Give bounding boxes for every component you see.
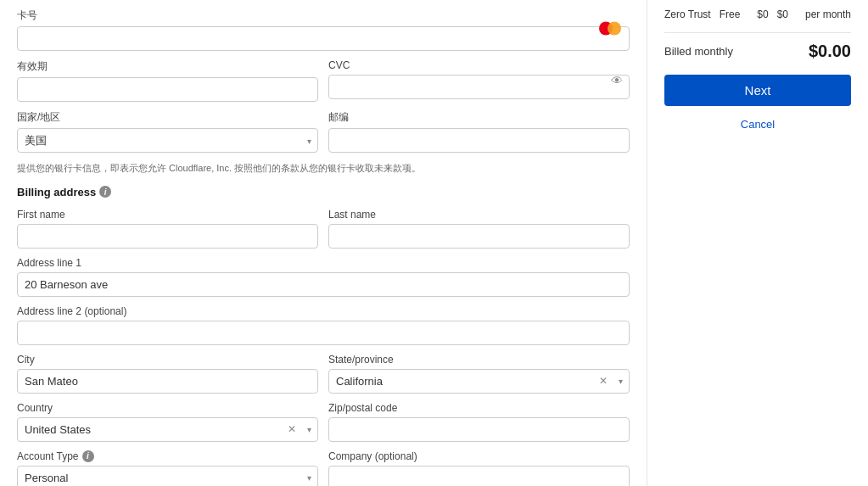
- card-country-select[interactable]: 美国: [17, 128, 318, 153]
- billing-zip-wrap: Zip/postal code: [328, 402, 630, 442]
- card-zip-input[interactable]: [328, 128, 630, 153]
- address2-row: Address line 2 (optional): [17, 305, 630, 345]
- card-country-label: 国家/地区: [17, 110, 318, 125]
- last-name-input[interactable]: [328, 224, 630, 249]
- first-name-label: First name: [17, 209, 318, 221]
- card-zip-label: 邮编: [328, 110, 630, 125]
- billed-amount: $0.00: [809, 42, 851, 61]
- account-type-wrap: Account Type i Personal Business ▾: [17, 450, 318, 487]
- account-type-info-icon[interactable]: i: [82, 450, 94, 462]
- last-name-wrap: Last name: [328, 209, 630, 249]
- address1-input[interactable]: [17, 272, 630, 297]
- city-label: City: [17, 354, 318, 366]
- billing-zip-input[interactable]: [328, 417, 630, 442]
- consent-text: 提供您的银行卡信息，即表示您允许 Cloudflare, Inc. 按照他们的条…: [17, 161, 630, 176]
- card-zip-wrap: 邮编: [328, 110, 630, 153]
- company-wrap: Company (optional): [328, 450, 630, 487]
- name-row: First name Last name: [17, 209, 630, 249]
- state-select-wrap: California ✕ ▾: [328, 369, 630, 394]
- card-number-row: 卡号: [17, 8, 630, 51]
- cvc-field-wrap: CVC 👁: [328, 59, 630, 102]
- card-number-input[interactable]: [17, 26, 630, 51]
- account-type-select[interactable]: Personal Business: [17, 466, 318, 487]
- first-name-wrap: First name: [17, 209, 318, 249]
- plan-name: Zero Trust Free: [664, 8, 740, 20]
- address1-row: Address line 1: [17, 257, 630, 297]
- billing-country-select-wrap: United States ✕ ▾: [17, 417, 318, 442]
- next-button[interactable]: Next: [664, 75, 851, 106]
- expiry-input[interactable]: [17, 77, 318, 102]
- cancel-button[interactable]: Cancel: [664, 115, 851, 134]
- expiry-cvc-row: 有效期 CVC 👁: [17, 59, 630, 102]
- expiry-field-wrap: 有效期: [17, 59, 318, 102]
- first-name-input[interactable]: [17, 224, 318, 249]
- plan-period: per month: [805, 8, 851, 20]
- company-label: Company (optional): [328, 450, 630, 462]
- state-label: State/province: [328, 354, 630, 366]
- address2-label: Address line 2 (optional): [17, 305, 630, 317]
- billing-address-title: Billing address: [17, 186, 96, 198]
- clear-country-icon[interactable]: ✕: [288, 423, 296, 435]
- card-country-wrap: 国家/地区 美国 ▾: [17, 110, 318, 153]
- account-type-label-wrap: Account Type i: [17, 450, 318, 462]
- state-select[interactable]: California: [328, 369, 630, 394]
- sidebar: Zero Trust Free $0 $0 per month Billed m…: [647, 0, 868, 486]
- city-state-row: City State/province California ✕ ▾: [17, 354, 630, 394]
- card-brand-icon: [599, 21, 623, 39]
- billing-country-label: Country: [17, 402, 318, 414]
- sidebar-plan-row: Zero Trust Free $0 $0 per month: [664, 8, 851, 20]
- cvc-label: CVC: [328, 59, 630, 71]
- clear-state-icon[interactable]: ✕: [599, 375, 608, 387]
- city-wrap: City: [17, 354, 318, 394]
- billing-address-header: Billing address i: [17, 186, 630, 198]
- mastercard-icon: [599, 21, 623, 36]
- billed-label: Billed monthly: [664, 45, 733, 58]
- account-type-label: Account Type: [17, 450, 79, 462]
- plan-amounts: $0 $0: [757, 8, 788, 20]
- cvc-toggle-icon[interactable]: 👁: [611, 74, 623, 87]
- sidebar-divider: [664, 32, 851, 33]
- address1-label: Address line 1: [17, 257, 630, 269]
- billing-country-wrap: Country United States ✕ ▾: [17, 402, 318, 442]
- account-company-row: Account Type i Personal Business ▾ Compa…: [17, 450, 630, 487]
- billing-country-select[interactable]: United States: [17, 417, 318, 442]
- billing-country-zip-row: Country United States ✕ ▾ Zip/postal cod…: [17, 402, 630, 442]
- account-type-select-wrap: Personal Business ▾: [17, 466, 318, 487]
- payment-form: 卡号 有效期 CVC 👁 国家/地区 美国 ▾: [0, 0, 647, 486]
- card-country-select-wrap: 美国 ▾: [17, 128, 318, 153]
- last-name-label: Last name: [328, 209, 630, 221]
- company-input[interactable]: [328, 466, 630, 487]
- card-number-label: 卡号: [17, 8, 630, 23]
- address2-input[interactable]: [17, 321, 630, 345]
- state-wrap: State/province California ✕ ▾: [328, 354, 630, 394]
- city-input[interactable]: [17, 369, 318, 394]
- billing-zip-label: Zip/postal code: [328, 402, 630, 414]
- billed-row: Billed monthly $0.00: [664, 42, 851, 61]
- cvc-input[interactable]: [328, 75, 630, 99]
- country-zip-row: 国家/地区 美国 ▾ 邮编: [17, 110, 630, 153]
- expiry-label: 有效期: [17, 59, 318, 74]
- info-icon[interactable]: i: [99, 186, 111, 198]
